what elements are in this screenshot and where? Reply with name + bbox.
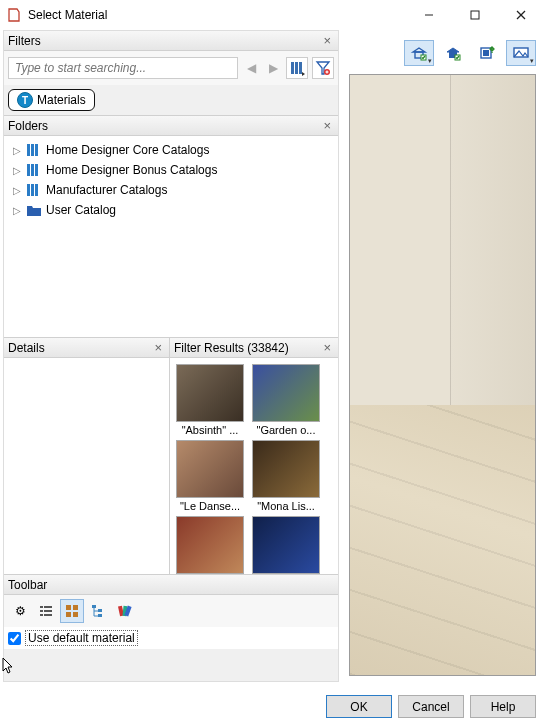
expand-icon[interactable]: ▷ [12,185,22,196]
folder-icon [26,203,42,217]
view-mode-1[interactable]: ▾ [404,40,434,66]
svg-rect-32 [98,609,102,612]
thumbnail-label: "Le Danse... [176,500,244,512]
catalog-icon [26,163,42,177]
prev-button[interactable]: ◀ [242,57,260,79]
thumbnail-label: "Garden o... [252,424,320,436]
svg-rect-30 [73,612,78,617]
folder-item[interactable]: ▷User Catalog [6,200,336,220]
svg-rect-15 [27,164,30,176]
minimize-button[interactable] [406,0,452,30]
svg-rect-31 [92,605,96,608]
svg-rect-5 [295,62,298,74]
folder-label: Home Designer Bonus Catalogs [46,163,217,177]
thumbnail-image [176,440,244,498]
svg-rect-45 [514,48,528,57]
folder-item[interactable]: ▷Manufacturer Catalogs [6,180,336,200]
results-close-icon[interactable]: × [320,340,334,355]
expand-icon[interactable]: ▷ [12,165,22,176]
svg-rect-12 [27,144,30,156]
results-title: Filter Results (33842) [174,341,289,355]
svg-rect-27 [66,605,71,610]
filters-title: Filters [8,34,41,48]
folder-item[interactable]: ▷Home Designer Core Catalogs [6,140,336,160]
toolbar-header: Toolbar [4,575,338,595]
cancel-button[interactable]: Cancel [398,695,464,718]
folders-tree[interactable]: ▷Home Designer Core Catalogs▷Home Design… [4,136,338,337]
svg-rect-20 [35,184,38,196]
thumbnail-image [252,516,320,574]
results-body[interactable]: "Absinth" ..."Garden o..."Le Danse..."Mo… [170,358,338,574]
color-tools-button[interactable] [112,599,136,623]
svg-rect-22 [44,606,52,608]
svg-rect-44 [483,50,489,56]
svg-rect-24 [44,610,52,612]
chevron-down-icon: ▾ [530,57,534,65]
dialog-buttons: OK Cancel Help [326,695,536,718]
svg-rect-16 [31,164,34,176]
result-thumb[interactable]: "Mona Lis... [252,440,320,512]
filters-header: Filters × [4,31,338,51]
chevron-down-icon: ▾ [428,57,432,65]
filter-funnel-button[interactable] [312,57,334,79]
svg-rect-6 [299,62,302,74]
folders-title: Folders [8,119,48,133]
filter-options-button[interactable] [286,57,308,79]
view-mode-2[interactable] [438,40,468,66]
catalog-icon [26,143,42,157]
thumbnail-label: "Mona Lis... [252,500,320,512]
tree-view-button[interactable] [86,599,110,623]
list-view-button[interactable] [34,599,58,623]
ok-button[interactable]: OK [326,695,392,718]
view-mode-4[interactable]: ▾ [506,40,536,66]
help-button[interactable]: Help [470,695,536,718]
svg-rect-19 [31,184,34,196]
result-thumb[interactable]: "Absinth" ... [176,364,244,436]
thumbnail-label: "Absinth" ... [176,424,244,436]
result-thumb[interactable]: "Garden o... [252,364,320,436]
svg-marker-7 [302,72,305,76]
result-thumb[interactable]: "Le Danse... [176,440,244,512]
svg-rect-33 [98,614,102,617]
maximize-button[interactable] [452,0,498,30]
view-mode-3[interactable] [472,40,502,66]
title-bar: Select Material [0,0,544,30]
folders-close-icon[interactable]: × [320,118,334,133]
preview-pane[interactable] [349,74,536,676]
svg-rect-13 [31,144,34,156]
expand-icon[interactable]: ▷ [12,145,22,156]
use-default-row: Use default material [4,627,338,649]
folders-header: Folders × [4,116,338,136]
svg-rect-21 [40,606,43,608]
svg-rect-28 [73,605,78,610]
results-header: Filter Results (33842) × [170,338,338,358]
filters-close-icon[interactable]: × [320,33,334,48]
view-mode-buttons: ▾ ▾ [404,40,536,66]
grid-view-button[interactable] [60,599,84,623]
details-title: Details [8,341,45,355]
details-header: Details × [4,338,169,358]
folder-label: Manufacturer Catalogs [46,183,167,197]
thumbnail-image [252,440,320,498]
search-input[interactable] [8,57,238,79]
close-button[interactable] [498,0,544,30]
toolbar-title: Toolbar [8,578,47,592]
next-button[interactable]: ▶ [264,57,282,79]
svg-rect-29 [66,612,71,617]
use-default-label[interactable]: Use default material [25,630,138,646]
details-close-icon[interactable]: × [151,340,165,355]
result-thumb[interactable] [176,516,244,574]
svg-rect-26 [44,614,52,616]
folder-label: User Catalog [46,203,116,217]
expand-icon[interactable]: ▷ [12,205,22,216]
tab-row: T Materials [4,85,338,115]
result-thumb[interactable] [252,516,320,574]
tab-materials[interactable]: T Materials [8,89,95,111]
svg-rect-18 [27,184,30,196]
svg-rect-14 [35,144,38,156]
use-default-checkbox[interactable] [8,632,21,645]
svg-rect-1 [471,11,479,19]
thumbnail-image [252,364,320,422]
settings-button[interactable]: ⚙ [8,599,32,623]
folder-item[interactable]: ▷Home Designer Bonus Catalogs [6,160,336,180]
